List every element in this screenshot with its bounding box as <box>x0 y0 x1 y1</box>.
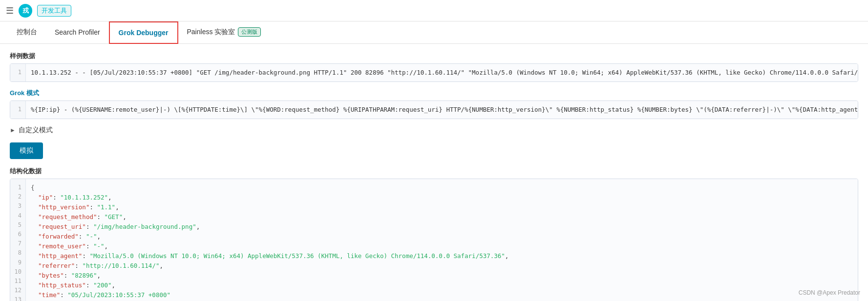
tab-search-profiler[interactable]: Search Profiler <box>46 21 109 44</box>
dev-tools-badge[interactable]: 开发工具 <box>37 5 71 17</box>
chevron-right-icon: ► <box>10 127 16 134</box>
tab-console[interactable]: 控制台 <box>8 21 46 44</box>
custom-mode-label: 自定义模式 <box>19 126 53 135</box>
hamburger-icon[interactable]: ☰ <box>6 5 14 16</box>
structured-data-line-numbers: 12345678910111213 <box>10 179 26 301</box>
custom-mode-toggle[interactable]: ► 自定义模式 <box>10 126 858 135</box>
topbar: ☰ 戎 开发工具 <box>0 0 868 21</box>
sample-data-line-numbers: 1 <box>10 64 26 81</box>
sample-data-content[interactable]: 10.1.13.252 - - [05/Jul/2023:10:55:37 +0… <box>26 64 858 81</box>
tab-grok-debugger[interactable]: Grok Debugger <box>109 21 178 44</box>
nav-tabs: 控制台 Search Profiler Grok Debugger Painle… <box>0 21 868 44</box>
grok-mode-label: Grok 模式 <box>10 89 858 98</box>
sample-data-editor[interactable]: 1 10.1.13.252 - - [05/Jul/2023:10:55:37 … <box>10 63 858 82</box>
structured-data-content: { "ip": "10.1.13.252", "http_version": "… <box>26 179 858 301</box>
grok-mode-content[interactable]: %{IP:ip} - (%{USERNAME:remote_user}|-) \… <box>26 101 858 119</box>
grok-mode-editor[interactable]: 1 %{IP:ip} - (%{USERNAME:remote_user}|-)… <box>10 100 858 119</box>
structured-data-label: 结构化数据 <box>10 167 858 176</box>
structured-data-area: 12345678910111213 { "ip": "10.1.13.252",… <box>10 179 858 301</box>
simulate-button[interactable]: 模拟 <box>10 142 43 159</box>
main-content: 样例数据 1 10.1.13.252 - - [05/Jul/2023:10:5… <box>0 44 868 301</box>
grok-mode-line-numbers: 1 <box>10 101 26 119</box>
sample-data-label: 样例数据 <box>10 52 858 60</box>
avatar: 戎 <box>19 4 32 18</box>
watermark: CSDN @Apex Predator <box>799 289 860 296</box>
painless-badge: 公测版 <box>238 27 261 37</box>
tab-painless-lab[interactable]: Painless 实验室 公测版 <box>178 21 270 44</box>
